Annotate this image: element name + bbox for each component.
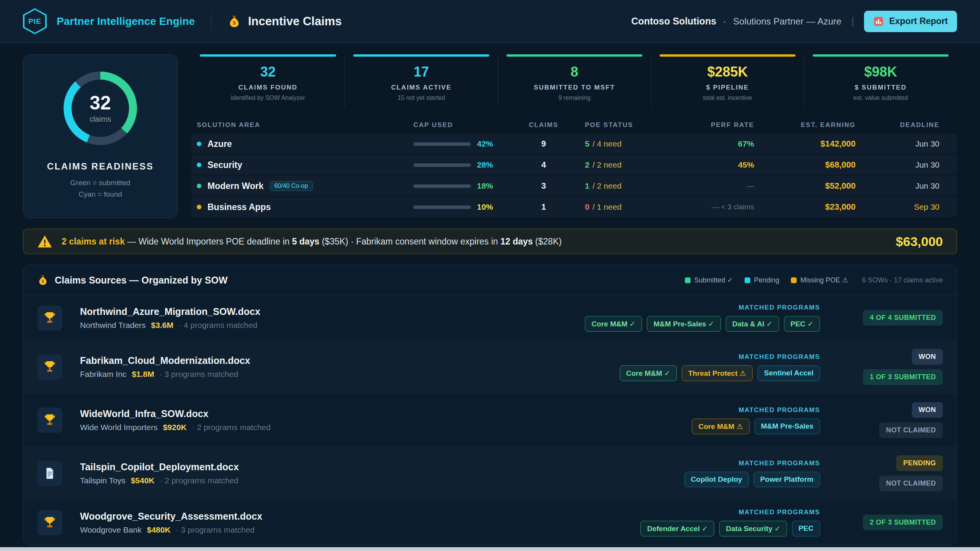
header-pipe-divider: | <box>851 15 854 27</box>
header-right: Contoso Solutions · Solutions Partner — … <box>631 11 957 32</box>
sow-meta: · 2 programs matched <box>192 423 271 432</box>
partner-dot: · <box>723 16 726 27</box>
kpi-sub: 15 not yet started <box>349 95 494 101</box>
legend-submitted: Submitted ✓ <box>685 276 733 284</box>
sow-row-wideworld[interactable]: WideWorld_Infra_SOW.docx Wide World Impo… <box>23 394 957 447</box>
program-badge: Threat Protect ⚠ <box>682 365 753 381</box>
sow-value: $540K <box>131 476 155 485</box>
kpi-sub: identified by SOW Analyzer <box>195 95 341 101</box>
cap-used-percent: 18% <box>477 181 493 191</box>
program-badge: Data Security ✓ <box>719 521 787 536</box>
perf-rate: 45% <box>693 160 754 170</box>
sow-client: Woodgrove Bank <box>80 525 142 535</box>
claims-count: 4 <box>521 160 567 170</box>
modern-work-dot-icon <box>197 184 201 188</box>
readiness-legend-submitted: Green = submitted <box>70 177 131 189</box>
matched-programs: MATCHED PROGRAMS Core M&M ✓ Threat Prote… <box>620 353 820 381</box>
sow-status: 2 OF 3 SUBMITTED <box>834 515 943 530</box>
program-badge: Copilot Deploy <box>684 472 749 487</box>
sow-client: Fabrikam Inc <box>80 370 126 379</box>
readiness-legend-found: Cyan = found <box>70 189 131 200</box>
matched-programs: MATCHED PROGRAMS Copilot Deploy Power Pl… <box>684 460 820 487</box>
partner-name: Contoso Solutions <box>631 16 716 27</box>
matched-programs: MATCHED PROGRAMS Defender Accel ✓ Data S… <box>640 509 820 536</box>
kpi-value: $98K <box>808 65 953 79</box>
export-report-label: Export Report <box>889 16 948 26</box>
export-report-button[interactable]: Export Report <box>864 11 957 32</box>
sow-row-fabrikam[interactable]: Fabrikam_Cloud_Modernization.docx Fabrik… <box>23 341 957 394</box>
col-header-deadline: DEADLINE <box>856 121 957 129</box>
business-apps-dot-icon <box>197 205 201 209</box>
readiness-legend: Green = submitted Cyan = found <box>70 177 131 201</box>
sow-meta: · 3 programs matched <box>160 370 238 379</box>
program-badge: PEC ✓ <box>784 316 820 332</box>
sow-row-woodgrove[interactable]: Woodgrove_Security_Assessment.docx Woodg… <box>23 500 957 545</box>
sow-row-northwind[interactable]: Northwind_Azure_Migration_SOW.docx North… <box>23 295 957 341</box>
program-badge: Sentinel Accel <box>758 365 820 381</box>
trophy-icon <box>43 311 57 325</box>
matched-programs-label: MATCHED PROGRAMS <box>738 304 820 311</box>
sow-info: WideWorld_Infra_SOW.docx Wide World Impo… <box>80 408 678 432</box>
header-divider <box>211 13 211 30</box>
trophy-icon <box>43 516 57 530</box>
donut-center: 32 claims <box>64 72 137 145</box>
sow-client: Wide World Importers <box>80 423 158 432</box>
cap-used-percent: 28% <box>477 160 493 170</box>
program-badge: PEC <box>792 521 820 536</box>
claims-sources-title: Claims Sources — Organized by SOW <box>55 275 228 286</box>
legend-pending: Pending <box>745 276 779 284</box>
sow-info: Tailspin_Copilot_Deployment.docx Tailspi… <box>80 461 671 485</box>
matched-programs: MATCHED PROGRAMS Core M&M ✓ M&M Pre-Sale… <box>585 304 820 332</box>
legend-square-green <box>685 277 691 283</box>
deadline: Sep 30 <box>856 202 957 212</box>
perf-rate: 67% <box>693 139 754 148</box>
claims-at-risk-alert: 2 claims at risk — Wide World Importers … <box>23 229 957 254</box>
partner-subtitle: Solutions Partner — Azure <box>733 16 841 27</box>
legend-square-cyan <box>745 277 750 283</box>
sow-value: $920K <box>163 423 187 432</box>
at-risk-amount: $63,000 <box>896 234 943 249</box>
table-row-business-apps: Business Apps 10% 1 0/ 1 need — < 3 clai… <box>191 197 957 217</box>
legend-square-yellow <box>791 277 797 283</box>
est-earning: $68,000 <box>754 160 856 170</box>
sow-info: Woodgrove_Security_Assessment.docx Woodg… <box>80 511 627 535</box>
top-section: 32 claims CLAIMS READINESS Green = submi… <box>23 54 957 218</box>
kpi-label: CLAIMS ACTIVE <box>349 84 494 91</box>
security-dot-icon <box>197 163 201 167</box>
main-content: 32 claims CLAIMS READINESS Green = submi… <box>0 43 980 545</box>
donut-claims-unit: claims <box>90 115 111 124</box>
program-badge: M&M Pre-Sales <box>755 419 820 434</box>
status-badge: PENDING <box>896 455 943 471</box>
poe-status: 2/ 2 need <box>567 160 693 170</box>
sources-summary: 6 SOWs · 17 claims active <box>862 276 943 284</box>
kpi-submitted-to-msft: 8 SUBMITTED TO MSFT 9 remaining <box>498 54 651 108</box>
table-row-security: Security 28% 4 2/ 2 need 45% $68,000 Jun… <box>191 155 957 175</box>
kpi-claims-active: 17 CLAIMS ACTIVE 15 not yet started <box>345 54 498 108</box>
table-row-modern-work: Modern Work 60/40 Co-op 18% 3 1/ 2 need … <box>191 176 957 196</box>
cap-used-bar <box>413 205 471 209</box>
kpi-claims-found: 32 CLAIMS FOUND identified by SOW Analyz… <box>191 54 345 108</box>
kpi-value: $285K <box>655 65 800 79</box>
sow-status: PENDING NOT CLAIMED <box>834 455 943 491</box>
donut-claims-count: 32 <box>90 93 111 112</box>
status-badge: NOT CLAIMED <box>879 476 943 491</box>
claims-sources-legend: Submitted ✓ Pending Missing POE ⚠ 6 SOWs… <box>685 276 943 284</box>
col-header-poe-status: POE STATUS <box>567 121 693 129</box>
program-badge: Core M&M ✓ <box>585 316 642 332</box>
kpi-label: SUBMITTED TO MSFT <box>502 84 647 91</box>
sow-row-tailspin[interactable]: Tailspin_Copilot_Deployment.docx Tailspi… <box>23 447 957 500</box>
col-header-solution-area: SOLUTION AREA <box>191 121 413 129</box>
program-badge: Data & AI ✓ <box>726 316 779 332</box>
table-row-azure: Azure 42% 9 5/ 4 need 67% $142,000 Jun 3… <box>191 134 957 154</box>
sow-status: 4 OF 4 SUBMITTED <box>834 310 943 326</box>
sow-meta: · 2 programs matched <box>160 476 238 485</box>
solution-area-name: Security <box>207 160 242 170</box>
program-badge: Core M&M ⚠ <box>692 419 749 434</box>
sow-info: Northwind_Azure_Migration_SOW.docx North… <box>80 306 571 330</box>
bottom-scrollbar[interactable] <box>0 547 980 551</box>
matched-programs-label: MATCHED PROGRAMS <box>738 406 820 414</box>
claims-sources-card: $ Claims Sources — Organized by SOW Subm… <box>23 265 957 545</box>
chart-icon <box>873 16 884 27</box>
sow-client: Northwind Traders <box>80 321 146 330</box>
page-heading: $ Incentive Claims <box>227 15 342 28</box>
